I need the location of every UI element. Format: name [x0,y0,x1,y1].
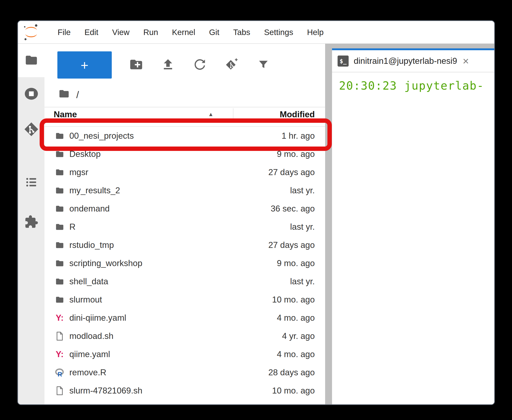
file-name: my_results_2 [69,186,120,195]
file-name: ondemand [69,204,110,214]
file-name: modload.sh [69,331,113,341]
puzzle-icon [24,226,38,230]
menu-item-run[interactable]: Run [136,28,165,37]
file-row[interactable]: Rlast yr. [45,218,325,236]
file-modified: 1 hr. ago [282,131,315,141]
menu-item-kernel[interactable]: Kernel [165,28,202,37]
panel-splitter[interactable] [325,44,332,405]
refresh-button[interactable] [192,58,207,72]
file-modified: 4 yr. ago [282,331,315,341]
refresh-icon [193,58,206,72]
file-row[interactable]: slurm-47821069.sh10 mo. ago [45,382,325,400]
file-name: slurm-47821069.sh [69,386,143,396]
breadcrumb[interactable]: / [45,83,325,107]
sidebar-item-table-of-contents[interactable] [25,176,38,190]
folder-icon [54,168,66,177]
file-modified: 10 mo. ago [272,295,315,305]
new-launcher-button[interactable]: + [57,51,112,79]
breadcrumb-path: / [76,89,79,100]
folder-icon [54,186,66,195]
file-name: dini-qiime.yaml [69,313,126,323]
folder-icon [24,53,39,68]
svg-text:R: R [58,370,62,377]
folder-icon [54,241,66,249]
main-content: + [18,44,494,405]
file-name: R [69,222,75,232]
terminal-output[interactable]: 20:30:23 jupyterlab- [332,72,494,405]
file-row[interactable]: ondemand36 sec. ago [45,200,325,218]
yaml-icon-glyph: Y: [56,313,64,323]
file-row-highlighted[interactable]: 00_nesi_projects1 hr. ago [45,127,325,145]
file-modified: 36 sec. ago [271,204,315,214]
file-modified: 10 mo. ago [272,386,315,396]
menu-item-view[interactable]: View [105,28,136,37]
file-modified: 4 mo. ago [277,313,315,323]
menu-item-tabs[interactable]: Tabs [226,28,257,37]
yaml-icon-glyph: Y: [56,350,64,359]
filter-icon [257,58,270,72]
column-separator [233,108,233,121]
file-browser-toolbar: + [45,44,325,83]
file-row[interactable]: mgsr27 days ago [45,163,325,181]
folder-icon [54,277,66,286]
menu-item-file[interactable]: File [51,28,77,37]
upload-icon [161,58,175,72]
sidebar-item-git[interactable] [24,122,39,138]
file-name: scripting_workshop [69,258,143,268]
sidebar-item-running-sessions[interactable] [24,87,38,102]
dock-top-strip [332,44,494,48]
git-init-icon [225,58,239,72]
file-row[interactable]: Rremove.R28 days ago [45,363,325,382]
yaml-icon: Y: [54,313,66,323]
terminal-panel: $_ dinitrain1@jupyterlab-nesi9 × 20:30:2… [332,44,494,405]
file-row[interactable]: modload.sh4 yr. ago [45,327,325,345]
upload-button[interactable] [161,58,175,72]
file-row[interactable]: my_results_2last yr. [45,181,325,200]
stop-circle-icon [24,98,38,102]
file-row[interactable]: Y:dini-qiime.yaml4 mo. ago [45,309,325,327]
file-row[interactable]: Desktop9 mo. ago [45,145,325,163]
menu-bar: FileEditViewRunKernelGitTabsSettingsHelp [18,21,494,44]
menu-item-git[interactable]: Git [202,28,226,37]
file-name: 00_nesi_projects [69,131,134,141]
terminal-tab[interactable]: $_ dinitrain1@jupyterlab-nesi9 × [332,48,494,72]
column-header-name[interactable]: Name [45,110,77,119]
file-row[interactable]: slurmout10 mo. ago [45,291,325,309]
new-folder-icon [129,57,143,73]
sidebar-item-extensions[interactable] [24,215,38,230]
git-icon [24,134,39,138]
file-name: rstudio_tmp [69,240,114,250]
file-row[interactable]: shell_datalast yr. [45,272,325,291]
menu-bar-items: FileEditViewRunKernelGitTabsSettingsHelp [51,28,331,37]
column-header-modified[interactable]: Modified [280,110,315,119]
jupyter-logo-icon [23,23,40,42]
file-modified: 27 days ago [268,240,315,250]
screenshot-canvas: { "menu_bar": { "items": ["File", "Edit"… [0,0,512,420]
file-list: 00_nesi_projects1 hr. agoDesktop9 mo. ag… [45,126,325,400]
new-folder-button[interactable] [129,58,143,72]
folder-icon [54,150,66,158]
sort-ascending-icon[interactable]: ▲ [208,111,214,118]
list-icon [25,186,38,190]
file-name: Desktop [69,149,101,159]
file-list-header: Name ▲ Modified [45,107,325,122]
file-name: remove.R [69,368,106,377]
filter-button[interactable] [256,58,271,72]
terminal-icon: $_ [338,55,349,67]
file-row[interactable]: rstudio_tmp27 days ago [45,236,325,254]
file-icon [54,331,66,341]
folder-icon [54,295,66,304]
menu-item-settings[interactable]: Settings [257,28,300,37]
file-modified: last yr. [290,186,315,195]
menu-item-help[interactable]: Help [300,28,331,37]
file-name: mgsr [69,167,88,177]
jupyterlab-window: FileEditViewRunKernelGitTabsSettingsHelp [17,20,495,405]
home-folder-icon[interactable] [58,88,70,102]
file-row[interactable]: Y:qiime.yaml4 mo. ago [45,345,325,363]
file-row[interactable]: scripting_workshop9 mo. ago [45,254,325,272]
close-icon[interactable]: × [463,56,469,66]
terminal-tab-title: dinitrain1@jupyterlab-nesi9 [354,56,457,66]
git-init-button[interactable] [224,58,239,72]
menu-item-edit[interactable]: Edit [77,28,105,37]
sidebar-item-file-browser[interactable] [18,44,45,77]
